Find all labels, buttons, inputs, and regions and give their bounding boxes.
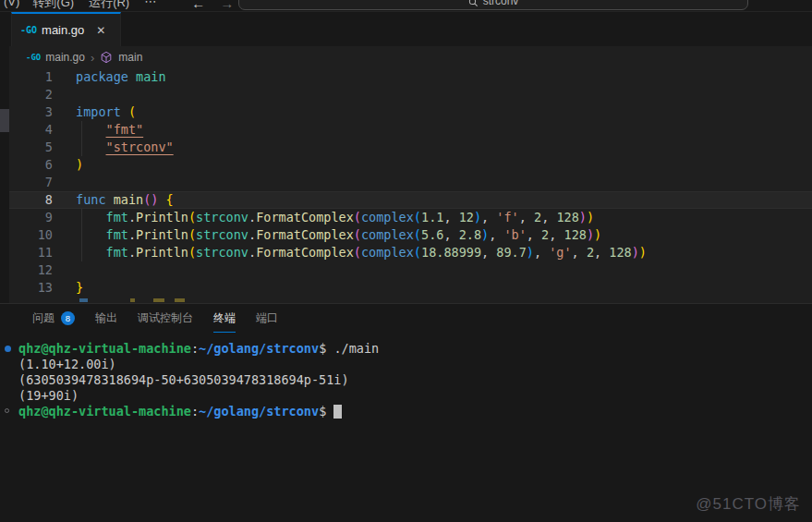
- code-token: ,: [594, 245, 609, 260]
- clipped-code-fragment: [79, 298, 88, 302]
- code-token: fmt: [106, 227, 128, 242]
- line-number: 1: [9, 68, 53, 86]
- code-line[interactable]: 11 fmt.Println(strconv.FormatComplex(com…: [9, 244, 812, 261]
- code-token: 2.8: [459, 227, 481, 242]
- code-token: ): [76, 157, 83, 172]
- code-line[interactable]: 4 "fmt": [9, 121, 812, 139]
- code-token: FormatComplex: [256, 227, 354, 242]
- line-number: 13: [9, 279, 53, 297]
- code-token: strconv: [196, 227, 248, 242]
- line-number: 7: [9, 174, 53, 191]
- code-token: ,: [443, 210, 458, 225]
- forward-arrow-icon[interactable]: →: [220, 0, 234, 11]
- vscode-window: (V)转到(G)运行(R)⋯ ← → strconv -GO main.go ✕…: [0, 0, 812, 522]
- tab-label: main.go: [42, 23, 84, 37]
- code-line[interactable]: 12: [9, 261, 812, 279]
- panel-tab-label: 输出: [95, 310, 117, 326]
- code-token: }: [76, 280, 83, 295]
- breadcrumb-file[interactable]: main.go: [45, 51, 85, 64]
- breadcrumb-symbol[interactable]: main: [118, 51, 142, 64]
- code-editor[interactable]: 1package main23import (4 "fmt"5 "strconv…: [9, 68, 812, 303]
- clipped-code-fragment: [130, 298, 135, 302]
- terminal-token: :: [191, 404, 199, 419]
- code-token: "fmt": [106, 122, 144, 137]
- code-line[interactable]: 2: [9, 86, 812, 103]
- menu-item[interactable]: (V): [4, 0, 19, 11]
- code-token: [76, 245, 106, 260]
- command-center-search[interactable]: strconv: [238, 0, 748, 10]
- code-line[interactable]: 10 fmt.Println(strconv.FormatComplex(com…: [9, 226, 812, 244]
- tab-main-go[interactable]: -GO main.go ✕: [11, 12, 121, 46]
- line-number: 12: [9, 261, 53, 279]
- code-line[interactable]: 13}: [9, 279, 812, 297]
- panel-tab-terminal[interactable]: 终端: [213, 303, 236, 333]
- code-token: ,: [489, 227, 503, 242]
- code-token: strconv: [196, 210, 248, 225]
- menu-item[interactable]: ⋯: [144, 0, 156, 11]
- panel-tab-ports[interactable]: 端口: [256, 303, 278, 333]
- code-line[interactable]: 7: [9, 174, 812, 191]
- code-token: [128, 69, 136, 84]
- code-token: ,: [519, 210, 534, 225]
- code-line[interactable]: 9 fmt.Println(strconv.FormatComplex(comp…: [9, 209, 812, 226]
- code-token: (: [414, 210, 421, 225]
- code-token: FormatComplex: [256, 210, 354, 225]
- terminal-line: (19+90i): [18, 388, 812, 404]
- code-line[interactable]: 6): [9, 156, 812, 174]
- panel-tab-output[interactable]: 输出: [95, 303, 117, 333]
- terminal-line: (6305039478318694p-50+6305039478318694p-…: [18, 372, 812, 388]
- line-number: 2: [9, 86, 53, 103]
- line-number: 3: [9, 103, 53, 121]
- search-value: strconv: [483, 0, 519, 7]
- panel-tab-label: 终端: [213, 310, 236, 326]
- watermark: @51CTO博客: [696, 493, 801, 515]
- code-token: ): [594, 227, 601, 242]
- code-line[interactable]: 8func main() {: [9, 191, 812, 209]
- code-token: (: [128, 104, 136, 119]
- code-token: ): [474, 210, 481, 225]
- code-token: ,: [572, 245, 587, 260]
- menu-item[interactable]: 运行(R): [89, 0, 129, 11]
- code-line[interactable]: 5 "strconv": [9, 139, 812, 156]
- code-token: .: [128, 227, 136, 242]
- code-token: main: [136, 69, 166, 84]
- command-decoration-hollow[interactable]: [5, 408, 9, 413]
- code-token: 2: [587, 245, 594, 260]
- code-token: main: [114, 192, 144, 207]
- close-icon[interactable]: ✕: [96, 24, 105, 37]
- code-token: (: [188, 210, 196, 225]
- code-token: ): [579, 210, 587, 225]
- code-token: 128: [564, 227, 587, 242]
- code-token: .: [248, 245, 256, 260]
- command-decoration-filled[interactable]: [5, 346, 11, 352]
- code-token: [76, 210, 106, 225]
- code-token: [76, 140, 106, 154]
- terminal-line: qhz@qhz-virtual-machine:~/golang/strconv…: [18, 341, 812, 357]
- back-arrow-icon[interactable]: ←: [191, 0, 205, 11]
- panel-tab-label: 端口: [256, 310, 278, 326]
- menu-item[interactable]: 转到(G): [32, 0, 74, 11]
- line-number: 10: [9, 226, 53, 244]
- code-text: fmt.Println(strconv.FormatComplex(comple…: [76, 209, 594, 226]
- panel-tab-debug-console[interactable]: 调试控制台: [138, 303, 193, 333]
- terminal-token: (1.10+12.00i): [18, 357, 116, 371]
- panel-tab-problems[interactable]: 问题8: [32, 303, 75, 333]
- go-file-icon: -GO: [26, 53, 41, 62]
- scrollbar-thumb[interactable]: [0, 109, 9, 132]
- clipped-code-fragment: [175, 298, 185, 302]
- terminal[interactable]: qhz@qhz-virtual-machine:~/golang/strconv…: [18, 341, 812, 419]
- code-token: complex: [361, 227, 414, 242]
- code-text: package main: [76, 68, 166, 86]
- title-bar: (V)转到(G)运行(R)⋯ ← → strconv: [0, 0, 812, 12]
- code-token: 128: [556, 210, 578, 225]
- line-number: 11: [9, 244, 53, 261]
- code-token: fmt: [106, 210, 128, 225]
- terminal-token: qhz@qhz-virtual-machine: [18, 341, 191, 356]
- search-icon: [468, 0, 479, 7]
- code-text: fmt.Println(strconv.FormatComplex(comple…: [76, 226, 601, 244]
- code-token: [121, 104, 128, 119]
- code-line[interactable]: 1package main: [9, 68, 812, 86]
- code-line[interactable]: 3import (: [9, 103, 812, 121]
- code-token: FormatComplex: [256, 245, 354, 260]
- code-token: package: [76, 69, 128, 84]
